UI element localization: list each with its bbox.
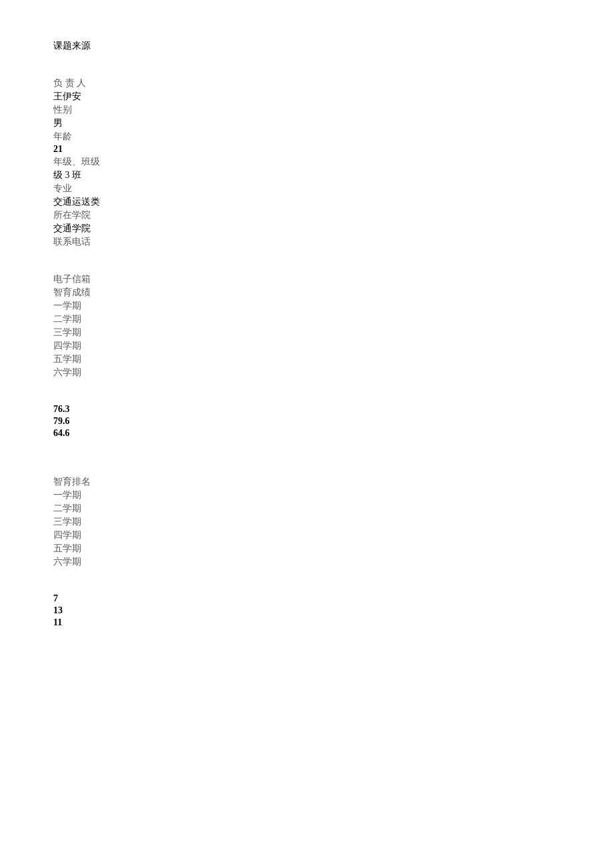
email-label: 电子信箱 (53, 273, 560, 285)
score-value-3: 76.3 (53, 404, 560, 415)
rank-semester-1-label: 一学期 (53, 489, 560, 501)
contact-section: 电子信箱 智育成绩 一学期 二学期 三学期 四学期 五学期 六学期 (53, 273, 560, 379)
semester-5-label: 五学期 (53, 353, 560, 365)
academic-scores-label: 智育成绩 (53, 287, 560, 299)
rank-semester-6-label: 六学期 (53, 556, 560, 568)
rank-value-5: 11 (53, 617, 560, 628)
score-value-4: 79.6 (53, 416, 560, 427)
rank-value-3: 7 (53, 593, 560, 604)
ranks-values-section: 7 13 11 (53, 593, 560, 628)
scores-values-section: 76.3 79.6 64.6 (53, 404, 560, 439)
rank-value-4: 13 (53, 605, 560, 616)
grade-label: 年级、班级 (53, 156, 560, 168)
score-value-5: 64.6 (53, 428, 560, 439)
phone-label: 联系电话 (53, 236, 560, 248)
rank-semester-3-label: 三学期 (53, 516, 560, 528)
semester-6-label: 六学期 (53, 367, 560, 379)
grade-value: 级 3 班 (53, 169, 560, 181)
gender-label: 性别 (53, 104, 560, 116)
school-value: 交通学院 (53, 223, 560, 235)
page-title: 课题来源 (53, 40, 560, 52)
rank-semester-5-label: 五学期 (53, 543, 560, 555)
major-value: 交通运送类 (53, 196, 560, 208)
semester-1-label: 一学期 (53, 300, 560, 312)
person-name: 王伊安 (53, 91, 560, 103)
person-label: 负 责 人 (53, 77, 560, 89)
semester-4-label: 四学期 (53, 340, 560, 352)
school-label: 所在学院 (53, 209, 560, 221)
semester-2-label: 二学期 (53, 313, 560, 325)
person-section: 负 责 人 王伊安 性别 男 年龄 21 年级、班级 级 3 班 专业 交通运送… (53, 77, 560, 248)
age-label: 年龄 (53, 131, 560, 143)
gender-value: 男 (53, 117, 560, 129)
rank-semester-4-label: 四学期 (53, 529, 560, 541)
rank-semester-2-label: 二学期 (53, 503, 560, 515)
academic-ranks-section: 智育排名 一学期 二学期 三学期 四学期 五学期 六学期 (53, 476, 560, 568)
major-label: 专业 (53, 183, 560, 195)
age-value: 21 (53, 144, 560, 155)
academic-ranks-label: 智育排名 (53, 476, 560, 488)
semester-3-label: 三学期 (53, 327, 560, 339)
